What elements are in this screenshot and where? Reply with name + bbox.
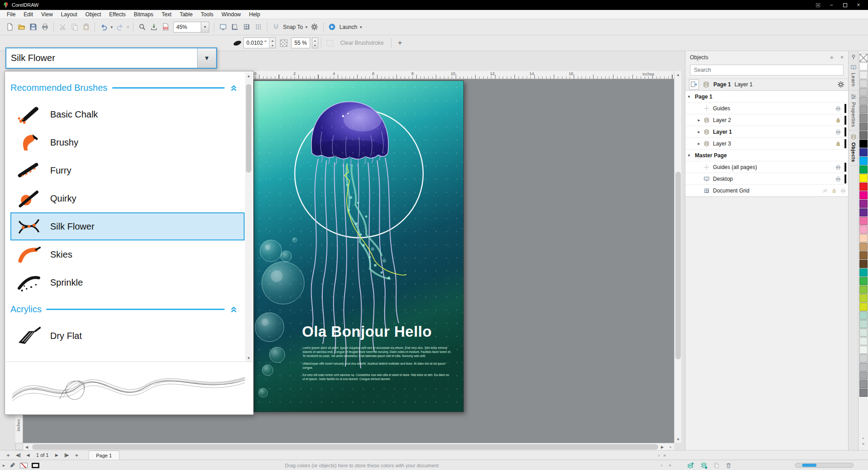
document-page[interactable]: Ola Bonjour Hello Lorem ipsum dolor sit … [254,80,464,412]
layer-color-bar[interactable] [844,174,846,183]
menu-item[interactable]: File [3,10,19,19]
tree-row-master-page[interactable]: ▾ Master Page [685,150,848,161]
brush-item-basic-chalk[interactable]: Basic Chalk [10,100,245,128]
cut-button[interactable] [57,21,68,33]
color-swatch[interactable] [859,140,868,148]
tab-properties[interactable]: Properties [849,90,858,131]
color-swatch[interactable] [859,208,868,216]
brush-item-sprinkle[interactable]: Sprinkle [10,268,245,296]
eye-off-icon[interactable] [822,188,828,194]
color-swatch[interactable] [859,80,868,88]
menu-item[interactable]: Window [217,10,245,19]
mini-scroll-thumb[interactable] [802,464,816,467]
docker-pin-icon[interactable] [849,51,858,61]
layer-options-icon[interactable] [713,462,719,468]
nib-size-down[interactable]: ▼ [269,43,275,48]
color-swatch[interactable] [859,234,868,242]
tree-row-page-1[interactable]: ▾ Page 1 [685,91,848,103]
transparency-pattern-icon[interactable] [278,37,289,49]
printer-icon[interactable] [835,176,841,182]
previous-page-button[interactable]: ◀ [24,451,33,460]
brush-item-partial[interactable] [10,350,245,362]
color-swatch[interactable] [859,277,868,285]
nib-size-up[interactable]: ▲ [269,38,275,43]
color-swatch[interactable] [859,329,868,337]
color-swatch[interactable] [859,260,868,268]
expand-caret-icon[interactable]: ▸ [695,118,703,122]
tab-learn[interactable]: Learn [849,61,858,90]
redo-dropdown-caret[interactable]: ▾ [126,25,130,29]
lock-icon[interactable] [835,117,841,123]
color-swatch[interactable] [859,363,868,371]
brush-scroll-down[interactable]: ▼ [245,354,252,362]
snap-to-dropdown[interactable]: Snap To [283,24,303,30]
status-chevron-icon[interactable]: › [661,463,662,468]
no-color-swatch[interactable] [859,54,868,62]
print-button[interactable] [39,21,51,33]
layer-color-bar[interactable] [844,139,846,148]
save-button[interactable] [27,21,39,33]
color-swatch[interactable] [859,226,868,234]
new-document-button[interactable] [4,21,15,33]
snap-to-caret[interactable]: ▾ [304,25,309,29]
layer-color-bar[interactable] [844,104,846,113]
brush-item-brushy[interactable]: Brushy [10,128,245,156]
brush-scroll-thumb[interactable] [246,84,251,173]
show-rulers-button[interactable] [229,21,241,33]
color-swatch[interactable] [859,200,868,208]
open-button[interactable] [15,21,27,33]
paste-button[interactable] [80,21,92,33]
maximize-button[interactable] [838,0,852,10]
brush-scroll-up[interactable]: ▲ [245,72,252,80]
tree-row-guides-all-pages[interactable]: Guides (all pages) [685,161,848,173]
docker-close-icon[interactable]: × [840,54,844,61]
tree-row-guides[interactable]: Guides [685,103,848,114]
color-swatch[interactable] [859,354,868,362]
copy-button[interactable] [68,21,80,33]
color-swatch[interactable] [859,62,868,70]
add-brushstroke-button[interactable]: + [394,37,406,49]
color-swatch[interactable] [859,88,868,96]
undo-dropdown-caret[interactable]: ▾ [109,25,114,29]
minimize-button[interactable]: − [825,0,838,10]
show-grid-button[interactable] [241,21,252,33]
tab-scroll-right-icon[interactable]: › [658,453,660,458]
brush-item-furry[interactable]: Furry [10,156,245,184]
tree-row-document-grid[interactable]: Document Grid [685,185,848,197]
collapse-section-icon[interactable] [229,305,238,314]
updates-icon[interactable] [811,0,825,10]
page-flow-icon[interactable] [689,80,699,89]
fill-color-swatch[interactable] [20,463,28,468]
fullscreen-preview-button[interactable] [217,21,229,33]
mini-scrollbar[interactable] [795,463,854,468]
search-input[interactable] [690,65,844,75]
tab-scroll-end-icon[interactable]: » [663,453,666,458]
docker-settings-gear-icon[interactable] [837,81,844,88]
tree-row-layer-3[interactable]: ▸ Layer 3 [685,138,848,150]
printer-icon[interactable] [835,129,841,135]
color-swatch[interactable] [859,165,868,174]
new-master-layer-button[interactable] [700,462,708,469]
scroll-right-arrow[interactable]: ▶ [659,443,666,451]
tree-row-layer-2[interactable]: ▸ Layer 2 [685,114,848,126]
menu-item[interactable]: Bitmaps [130,10,157,19]
brush-item-dry-flat[interactable]: Dry Flat [10,322,245,350]
launch-icon[interactable] [326,21,338,33]
show-guidelines-button[interactable] [252,21,264,33]
add-page-button-2[interactable]: + [72,451,81,460]
color-swatch[interactable] [859,371,868,380]
color-swatch[interactable] [859,303,868,311]
tab-objects[interactable]: Objects [849,131,858,166]
color-swatch[interactable] [859,114,868,122]
tree-row-layer-1[interactable]: ▸ Layer 1 [685,126,848,138]
tree-row-desktop[interactable]: Desktop [685,173,848,185]
next-page-button[interactable]: ▶ [52,451,61,460]
status-expand-caret[interactable]: ▸ [3,463,5,468]
palette-scroll-down-icon[interactable]: ⌄» [859,434,868,447]
scroll-left-arrow[interactable]: ◀ [23,443,30,451]
brush-panel-scrollbar[interactable]: ▲ ▼ [245,72,252,362]
color-swatch[interactable] [859,243,868,251]
color-swatch[interactable] [859,157,868,165]
transparency-stepper[interactable]: ▲ ▼ [312,38,318,48]
color-swatch[interactable] [859,286,868,294]
